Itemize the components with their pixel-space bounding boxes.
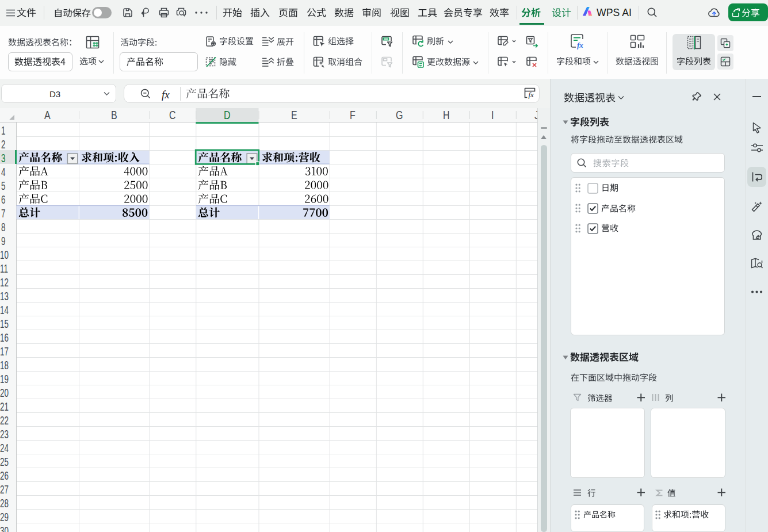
svg-text:fx: fx (529, 90, 534, 99)
svg-text:fx: fx (577, 41, 583, 49)
